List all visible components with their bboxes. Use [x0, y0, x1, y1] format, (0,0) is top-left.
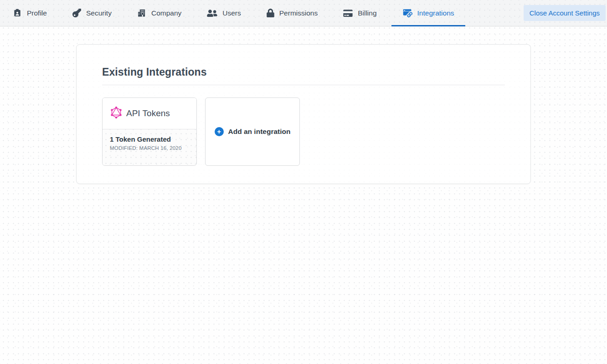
credit-card-icon — [343, 9, 353, 17]
tab-users[interactable]: Users — [196, 0, 252, 26]
modified-date: MODIFIED: MARCH 16, 2020 — [110, 145, 189, 151]
tab-security[interactable]: Security — [62, 0, 123, 26]
integration-cards-row: API Tokens 1 Token Generated MODIFIED: M… — [102, 97, 505, 166]
tab-label: Integrations — [417, 9, 454, 17]
account-settings-tabbar: Profile Security — [0, 0, 607, 26]
tab-billing[interactable]: Billing — [332, 0, 387, 26]
building-icon — [137, 9, 146, 18]
token-count-status: 1 Token Generated — [110, 135, 189, 143]
add-integration-card[interactable]: + Add an integration — [205, 97, 300, 166]
tab-label: Permissions — [279, 9, 318, 17]
api-tokens-card[interactable]: API Tokens 1 Token Generated MODIFIED: M… — [102, 97, 197, 166]
tab-label: Billing — [358, 9, 376, 17]
integration-title: API Tokens — [126, 108, 170, 118]
api-tokens-card-header: API Tokens — [103, 98, 196, 129]
tab-profile[interactable]: Profile — [2, 0, 58, 26]
heading-divider — [102, 85, 505, 85]
page-title: Existing Integrations — [102, 66, 505, 78]
integrations-icon — [402, 8, 412, 18]
users-icon — [207, 9, 217, 17]
close-account-settings-button[interactable]: Close Account Settings — [524, 5, 606, 21]
lock-icon — [267, 9, 274, 17]
tab-label: Security — [86, 9, 112, 17]
tab-integrations[interactable]: Integrations — [391, 0, 465, 26]
plus-icon: + — [215, 127, 224, 136]
tab-label: Company — [151, 9, 181, 17]
tab-company[interactable]: Company — [126, 0, 192, 26]
key-icon — [72, 9, 81, 17]
tab-permissions[interactable]: Permissions — [256, 0, 329, 26]
tab-label: Profile — [27, 9, 47, 17]
integrations-panel: Existing Integrations — [76, 44, 531, 184]
id-badge-icon — [13, 8, 22, 18]
graphql-icon — [110, 107, 122, 120]
add-integration-label: Add an integration — [228, 128, 291, 136]
api-tokens-card-body: 1 Token Generated MODIFIED: MARCH 16, 20… — [103, 129, 196, 165]
tab-label: Users — [222, 9, 241, 17]
